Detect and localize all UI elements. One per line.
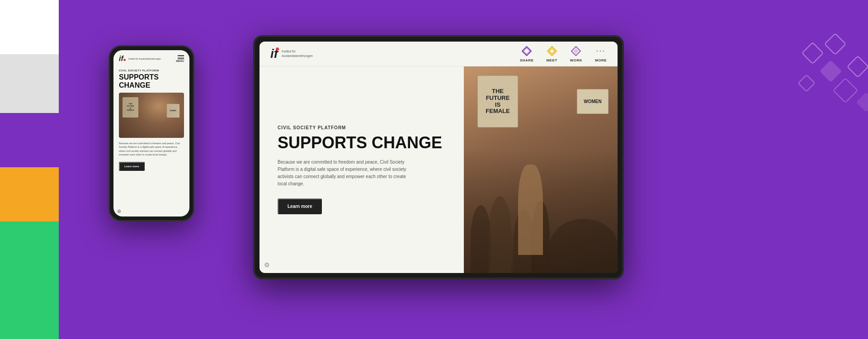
work-icon [571, 46, 581, 56]
bg-diamond-6 [833, 78, 859, 104]
nav-share-label: SHARE [520, 58, 534, 62]
phone-logo: if Institut für Auslandsbeziehungen [119, 55, 161, 63]
menu-line-3 [178, 58, 184, 59]
nav-meet-label: MEET [546, 58, 557, 62]
tablet-logo-if-wrapper: if [270, 47, 278, 61]
main-person [518, 165, 543, 255]
svg-marker-3 [549, 48, 555, 54]
nav-item-meet[interactable]: MEET [546, 46, 557, 62]
crowd-figure-5 [550, 219, 618, 273]
tablet-title: SUPPORTS CHANGE [278, 134, 446, 152]
nav-work-label: WORK [570, 58, 582, 62]
color-block-green [0, 221, 59, 339]
phone-subtitle: CIVIL SOCIETY PLATFORM [119, 69, 184, 72]
tablet-logo-red-dot [276, 47, 279, 51]
nav-more-label: MORE [595, 58, 607, 62]
color-block-orange [0, 167, 59, 221]
menu-label: MENU [176, 60, 184, 62]
protest-main-sign: THEFUTUREISFEMALE [477, 75, 518, 127]
bg-diamond-3 [847, 56, 868, 78]
protest-women-sign: WOMEN [577, 89, 609, 114]
protest-main-sign-text: THEFUTUREISFEMALE [486, 88, 509, 115]
phone-title-line2: CHANGE [119, 81, 150, 89]
bg-diamond-1 [802, 42, 824, 64]
tablet-learn-more-button[interactable]: Learn more [278, 198, 322, 214]
tablet-cookie-icon[interactable]: ⚙ [264, 261, 270, 268]
phone-mockup: if Institut für Auslandsbeziehungen MENU… [108, 45, 194, 221]
protest-women-sign-text: WOMEN [584, 99, 601, 104]
more-icon: ··· [595, 46, 606, 56]
bg-diamond-4 [820, 60, 842, 82]
svg-marker-5 [573, 48, 579, 54]
nav-item-work[interactable]: WORK [570, 46, 582, 62]
tablet-subtitle: CIVIL SOCIETY PLATFORM [278, 125, 446, 130]
phone-protest-image: THEFUTUREISFEMALE WOMEN [119, 93, 184, 138]
phone-screen: if Institut für Auslandsbeziehungen MENU… [113, 50, 189, 217]
tablet-body-text: Because we are committed to freedom and … [278, 159, 413, 188]
tablet-protest-image: THEFUTUREISFEMALE WOMEN [464, 66, 618, 273]
nav-item-more[interactable]: ··· MORE [595, 46, 607, 62]
tablet-text-area: CIVIL SOCIETY PLATFORM SUPPORTS CHANGE B… [259, 66, 464, 273]
phone-logo-dot [123, 59, 126, 61]
tablet-logo-subtext: Institut für Auslandsbeziehungen [282, 49, 313, 58]
tablet-mockup: if Institut für Auslandsbeziehungen SHAR… [253, 35, 624, 279]
crowd-figure-1 [471, 205, 491, 273]
tablet-content: CIVIL SOCIETY PLATFORM SUPPORTS CHANGE B… [259, 66, 618, 273]
phone-content: CIVIL SOCIETY PLATFORM SUPPORTS CHANGE T… [113, 66, 189, 174]
tablet-logo: if Institut für Auslandsbeziehungen [270, 47, 313, 61]
bg-diamond-5 [797, 74, 816, 92]
phone-logo-subtext: Institut für Auslandsbeziehungen [128, 57, 161, 60]
phone-body-text: Because we are committed to freedom and … [119, 141, 184, 156]
phone-cookie-icon[interactable]: ⚙ [117, 209, 121, 214]
tablet-header: if Institut für Auslandsbeziehungen SHAR… [259, 42, 618, 66]
meet-icon [547, 46, 557, 56]
bg-diamond-2 [824, 33, 846, 55]
bg-diamond-7 [856, 92, 868, 112]
hamburger-icon [178, 55, 184, 59]
menu-line-2 [178, 57, 184, 58]
crowd-figure-2 [489, 196, 511, 273]
phone-menu-button[interactable]: MENU [176, 55, 184, 62]
phone-title-line1: SUPPORTS [119, 73, 159, 81]
menu-line-1 [178, 55, 184, 56]
phone-title: SUPPORTS CHANGE [119, 73, 184, 89]
phone-learn-more-button[interactable]: Learn more [119, 162, 145, 171]
phone-header: if Institut für Auslandsbeziehungen MENU [113, 50, 189, 66]
nav-item-share[interactable]: SHARE [520, 46, 534, 62]
tablet-screen: if Institut für Auslandsbeziehungen SHAR… [259, 42, 618, 273]
tablet-nav: SHARE MEET [520, 46, 607, 62]
phone-logo-text: if [119, 55, 127, 63]
phone-image-overlay [119, 93, 184, 138]
color-block-gray [0, 54, 59, 113]
share-icon [521, 46, 532, 56]
tablet-image-area: THEFUTUREISFEMALE WOMEN [464, 66, 618, 273]
